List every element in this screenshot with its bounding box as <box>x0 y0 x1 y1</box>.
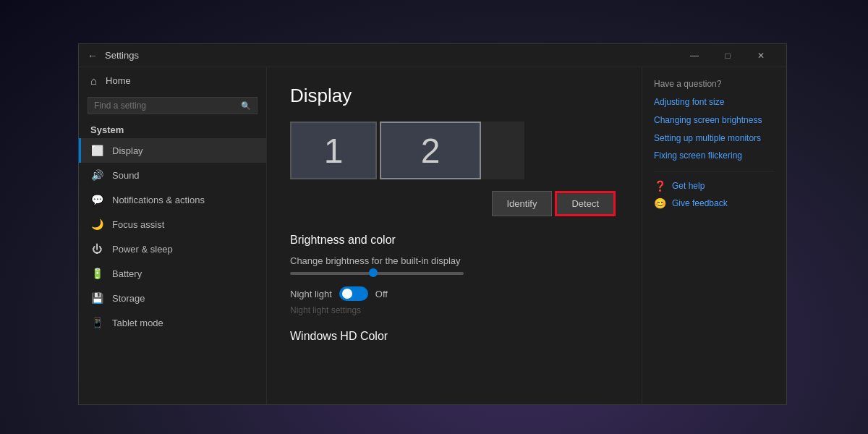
close-button[interactable]: ✕ <box>744 44 778 67</box>
nightlight-row: Night light Off <box>290 286 618 301</box>
brightness-label: Change brightness for the built-in displ… <box>290 255 618 266</box>
brightness-slider[interactable] <box>290 272 464 275</box>
panel-divider <box>654 171 775 171</box>
page-title: Display <box>290 85 618 107</box>
sidebar-section-system: System <box>79 120 266 138</box>
monitor-2[interactable]: 2 <box>380 122 481 179</box>
sidebar-item-notifications-label: Notifications & actions <box>112 195 205 205</box>
help-link-flickering[interactable]: Fixing screen flickering <box>654 150 775 162</box>
sidebar-item-home[interactable]: ⌂ Home <box>79 67 266 94</box>
sidebar-item-focus[interactable]: 🌙 Focus assist <box>79 212 266 237</box>
minimize-button[interactable]: — <box>678 44 711 67</box>
brightness-section-heading: Brightness and color <box>290 234 618 247</box>
titlebar: ← Settings — □ ✕ <box>79 44 786 67</box>
notifications-icon: 💬 <box>90 194 103 205</box>
main-content: Display 1 2 Identify Detect Brightness a… <box>267 67 642 404</box>
nightlight-label: Night light <box>290 289 332 299</box>
sidebar-item-sound[interactable]: 🔊 Sound <box>79 163 266 187</box>
sidebar-item-display[interactable]: ⬜ Display <box>79 138 266 163</box>
help-link-monitors[interactable]: Setting up multiple monitors <box>654 132 775 145</box>
focus-icon: 🌙 <box>90 218 103 230</box>
settings-window: ← Settings — □ ✕ ⌂ Home 🔍 System ⬜ Displ… <box>78 43 787 405</box>
sidebar-item-battery[interactable]: 🔋 Battery <box>79 261 266 286</box>
sidebar-item-storage-label: Storage <box>112 293 145 304</box>
monitor-2-label: 2 <box>421 131 441 171</box>
power-icon: ⏻ <box>90 243 103 255</box>
get-help-label: Get help <box>672 181 705 191</box>
sidebar-item-sound-label: Sound <box>112 170 140 181</box>
have-question-label: Have a question? <box>654 79 775 89</box>
sidebar-item-tablet-label: Tablet mode <box>112 318 163 328</box>
windows-hd-heading: Windows HD Color <box>290 330 618 343</box>
sidebar-item-storage[interactable]: 💾 Storage <box>79 286 266 310</box>
help-link-font[interactable]: Adjusting font size <box>654 96 775 109</box>
monitor-1-label: 1 <box>324 131 344 171</box>
window-controls: — □ ✕ <box>678 44 778 67</box>
tablet-icon: 📱 <box>90 317 103 328</box>
sidebar: ⌂ Home 🔍 System ⬜ Display 🔊 Sound 💬 Noti… <box>79 67 267 404</box>
window-title: Settings <box>105 50 139 61</box>
storage-icon: 💾 <box>90 292 103 304</box>
maximize-button[interactable]: □ <box>711 44 744 67</box>
monitor-1[interactable]: 1 <box>290 122 377 179</box>
back-button[interactable]: ← <box>88 50 98 61</box>
sidebar-item-tablet[interactable]: 📱 Tablet mode <box>79 310 266 335</box>
nightlight-toggle[interactable] <box>339 286 368 301</box>
right-panel: Have a question? Adjusting font size Cha… <box>642 67 786 404</box>
home-icon: ⌂ <box>90 75 97 87</box>
search-input[interactable] <box>94 101 241 111</box>
give-feedback-label: Give feedback <box>672 198 728 208</box>
sidebar-item-notifications[interactable]: 💬 Notifications & actions <box>79 187 266 212</box>
nightlight-settings-link[interactable]: Night light settings <box>290 305 618 315</box>
monitor-display-section: 1 2 <box>290 122 618 179</box>
get-help-icon: ❓ <box>654 180 666 192</box>
display-icon: ⬜ <box>90 145 103 156</box>
give-feedback-item[interactable]: 😊 Give feedback <box>654 197 775 209</box>
monitor-controls-row: Identify Detect <box>290 191 616 216</box>
give-feedback-icon: 😊 <box>654 197 666 209</box>
sound-icon: 🔊 <box>90 169 103 181</box>
get-help-item[interactable]: ❓ Get help <box>654 180 775 192</box>
help-link-brightness[interactable]: Changing screen brightness <box>654 114 775 127</box>
sidebar-item-power-label: Power & sleep <box>112 244 173 255</box>
sidebar-item-display-label: Display <box>112 145 143 156</box>
home-label: Home <box>106 75 131 86</box>
search-box[interactable]: 🔍 <box>88 97 258 114</box>
brightness-slider-thumb[interactable] <box>369 268 378 277</box>
detect-button[interactable]: Detect <box>555 191 616 216</box>
search-icon: 🔍 <box>241 101 251 111</box>
battery-icon: 🔋 <box>90 268 103 279</box>
toggle-knob <box>342 289 352 299</box>
sidebar-item-battery-label: Battery <box>112 268 142 279</box>
identify-button[interactable]: Identify <box>492 191 553 216</box>
sidebar-item-power[interactable]: ⏻ Power & sleep <box>79 237 266 261</box>
sidebar-item-focus-label: Focus assist <box>112 219 164 230</box>
nightlight-state-label: Off <box>375 289 388 299</box>
content-area: ⌂ Home 🔍 System ⬜ Display 🔊 Sound 💬 Noti… <box>79 67 786 404</box>
monitor-placeholder <box>481 122 524 179</box>
